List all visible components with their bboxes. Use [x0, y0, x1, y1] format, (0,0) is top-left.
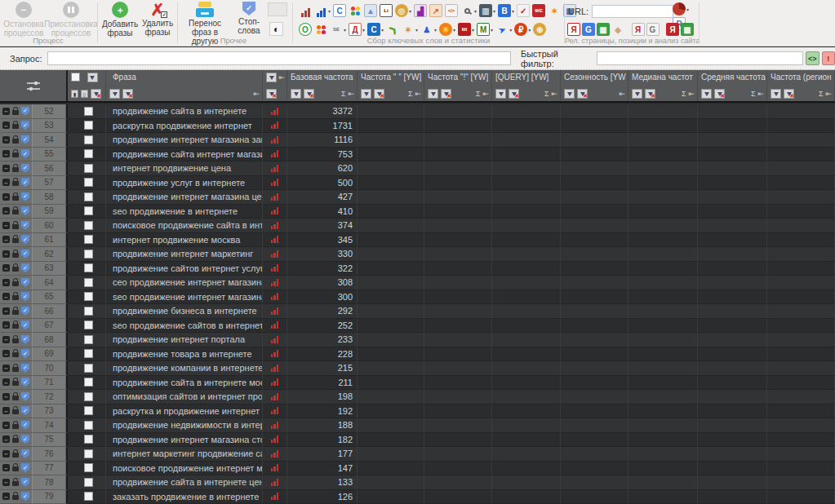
- filter-icon[interactable]: [87, 73, 98, 82]
- row-checkbox[interactable]: [84, 378, 93, 387]
- chart-orange-icon[interactable]: ↗: [429, 4, 442, 17]
- filter-clear-icon[interactable]: [509, 89, 519, 99]
- lock-icon[interactable]: [12, 181, 19, 186]
- query-input[interactable]: [47, 51, 511, 65]
- add-phrases-button[interactable]: ＋ Добавить фразы: [101, 2, 139, 38]
- regex-filter-button[interactable]: <>: [806, 51, 819, 65]
- filter-icon[interactable]: [701, 89, 712, 99]
- pie-red-icon[interactable]: [673, 2, 686, 15]
- shield-check-icon[interactable]: ✓: [21, 406, 29, 415]
- row-checkbox[interactable]: [84, 164, 93, 173]
- red-bars-icon[interactable]: [271, 179, 279, 186]
- red-bars-icon[interactable]: [271, 464, 279, 471]
- row-transfer-icon[interactable]: ↔: [2, 407, 10, 414]
- filter-clear-icon[interactable]: [441, 89, 451, 99]
- lock-icon[interactable]: [12, 338, 19, 343]
- screen-dark-icon[interactable]: ▥: [479, 4, 492, 17]
- shield-check-icon[interactable]: ✓: [21, 121, 29, 130]
- mark-on-icon[interactable]: ▮: [71, 90, 78, 98]
- lock-icon[interactable]: [12, 295, 19, 300]
- red-bars-icon[interactable]: [271, 350, 279, 357]
- shield-check-icon[interactable]: ✓: [21, 478, 29, 487]
- lock-icon[interactable]: [12, 238, 19, 243]
- table-row[interactable]: ↔✓54продвижение интернет магазина заказа…: [0, 133, 835, 148]
- table-row[interactable]: ↔✓60поисковое продвижение сайта в интерн…: [0, 219, 835, 233]
- filter-clear-icon[interactable]: [304, 89, 314, 99]
- phrase-cell[interactable]: продвижение интернет магазина стоимо: [106, 433, 263, 448]
- spy-icon[interactable]: ♟: [420, 23, 433, 36]
- mark-off-icon[interactable]: ▯: [81, 90, 88, 98]
- lock-icon[interactable]: [12, 281, 19, 286]
- shield-check-icon[interactable]: ✓: [21, 421, 29, 430]
- phrase-cell[interactable]: заказать продвижение в интернете: [106, 490, 263, 504]
- google-positions-icon[interactable]: G: [646, 23, 660, 36]
- pin-column-icon[interactable]: ⇤: [551, 90, 557, 98]
- lock-icon[interactable]: [12, 367, 19, 372]
- pin-column-icon[interactable]: ⇤: [348, 90, 354, 98]
- sum-sigma-icon[interactable]: Σ: [476, 90, 481, 98]
- row-checkbox[interactable]: [84, 478, 93, 487]
- table-row[interactable]: ↔✓52продвижение сайта в интернете3372: [0, 104, 835, 119]
- picture-icon[interactable]: ▲: [364, 4, 377, 17]
- liveinternet-li-icon[interactable]: Li: [380, 4, 393, 17]
- wordstat-chart-cell[interactable]: [263, 347, 287, 362]
- row-checkbox[interactable]: [84, 263, 93, 272]
- shield-check-icon[interactable]: ✓: [21, 364, 29, 373]
- url-input[interactable]: [592, 5, 673, 18]
- filter-clear-icon[interactable]: [714, 89, 725, 99]
- c-blue-icon[interactable]: C: [367, 23, 380, 36]
- wordstat-chart-cell[interactable]: [263, 376, 287, 391]
- phrase-cell[interactable]: продвижение недвижимости в интернет: [106, 418, 263, 433]
- hand-orange-2-icon[interactable]: ✶: [402, 23, 415, 36]
- wordstat-red-bars-icon[interactable]: [299, 4, 312, 17]
- sum-sigma-icon[interactable]: Σ: [819, 90, 824, 98]
- pause-processes-button[interactable]: Приостановка процессов: [47, 2, 95, 38]
- phrase-cell[interactable]: сео продвижение интернет магазина: [106, 276, 263, 290]
- excel-xls-icon[interactable]: ▦: [597, 23, 610, 36]
- wordstat-chart-cell[interactable]: [263, 247, 287, 262]
- lock-icon[interactable]: [12, 438, 19, 443]
- lock-icon[interactable]: [12, 124, 19, 129]
- row-checkbox[interactable]: [84, 392, 93, 401]
- row-transfer-icon[interactable]: ↔: [2, 307, 10, 315]
- shield-check-icon[interactable]: ✓: [21, 235, 29, 244]
- shield-check-icon[interactable]: ✓: [21, 292, 29, 301]
- phrase-cell[interactable]: продвижение сайта интернет магазина: [106, 148, 263, 162]
- red-bars-icon[interactable]: [271, 378, 279, 386]
- phrase-cell[interactable]: интернет продвижение цена: [106, 161, 263, 176]
- row-transfer-icon[interactable]: ↔: [2, 464, 10, 471]
- shield-check-icon[interactable]: ✓: [21, 178, 29, 187]
- pin-column-icon[interactable]: ⇤: [415, 90, 421, 98]
- row-checkbox[interactable]: [84, 335, 93, 344]
- wordstat-chart-cell[interactable]: [263, 304, 287, 319]
- yandex-red-icon[interactable]: Я: [666, 23, 679, 36]
- sum-sigma-icon[interactable]: Σ: [682, 90, 686, 98]
- filter-icon[interactable]: [266, 73, 277, 82]
- sum-sigma-icon[interactable]: Σ: [408, 90, 413, 98]
- wordstat-chart-cell[interactable]: [263, 119, 287, 134]
- phrase-cell[interactable]: оптимизация сайтов и интернет продвиж: [106, 390, 263, 405]
- row-transfer-icon[interactable]: ↔: [2, 378, 10, 386]
- table-row[interactable]: ↔✓78продвижение сайта в интернете цена13…: [0, 475, 835, 490]
- shield-check-icon[interactable]: ✓: [21, 221, 29, 230]
- row-checkbox[interactable]: [84, 364, 93, 373]
- table-row[interactable]: ↔✓66продвижение бизнеса в интернете292: [0, 304, 835, 319]
- eraser-icon[interactable]: ◆: [611, 23, 624, 36]
- shield-check-icon[interactable]: ✓: [21, 378, 29, 387]
- filter-icon[interactable]: [109, 89, 120, 99]
- red-bars-icon[interactable]: [271, 321, 279, 329]
- row-transfer-icon[interactable]: ↔: [2, 350, 10, 357]
- wordstat-chart-cell[interactable]: [263, 148, 287, 162]
- row-transfer-icon[interactable]: ↔: [2, 122, 10, 129]
- stat-column-header-5[interactable]: Медиана частотΣ⇤: [628, 70, 698, 101]
- table-row[interactable]: ↔✓73раскрутка и продвижение интернет маг…: [0, 405, 835, 419]
- pin-column-icon[interactable]: ⇤: [688, 90, 695, 98]
- row-checkbox[interactable]: [84, 435, 93, 444]
- phrase-cell[interactable]: продвижение интернет магазина заказат: [106, 133, 263, 148]
- lock-icon[interactable]: [12, 324, 19, 329]
- shield-check-icon[interactable]: ✓: [21, 335, 29, 344]
- filter-icon[interactable]: [495, 89, 506, 99]
- table-row[interactable]: ↔✓53раскрутка продвижение интернет1731: [0, 119, 835, 134]
- row-transfer-icon[interactable]: ↔: [2, 150, 10, 157]
- target-orange-icon[interactable]: ◎: [395, 4, 408, 17]
